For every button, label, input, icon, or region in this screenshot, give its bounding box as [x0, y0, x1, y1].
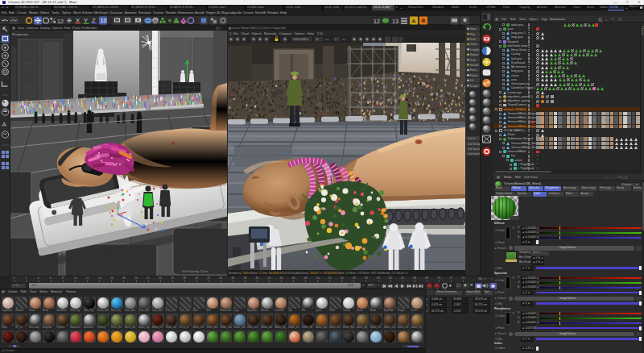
svg-text:Inflate: Inflate [470, 43, 477, 46]
svg-text:Show: Show [470, 27, 477, 31]
svg-text:◂ ▸: ◂ ▸ [325, 38, 329, 41]
svg-text:1: 1 [335, 38, 336, 41]
svg-text:12: 12 [57, 19, 64, 24]
svg-text:Rendering: 100% MsSec: 5 Time:: Rendering: 100% MsSec: 5 Time: 00:00/03:… [229, 272, 407, 275]
svg-text:Link Oct: Link Oct [468, 137, 477, 140]
svg-text:Grid Spacing: 10 cm: Grid Spacing: 10 cm [182, 270, 208, 273]
svg-text:View Cameras Display Option: View Cameras Display Options Filter Pane… [18, 27, 97, 30]
svg-text:A: A [2, 121, 7, 128]
svg-text:12: 12 [374, 19, 380, 24]
svg-text:Scrape: Scrape [470, 85, 478, 88]
svg-text:▦ ● Live Viewer 2021.1.5 (20.0: ▦ ● Live Viewer 2021.1.5 (20.0.17 days l… [229, 27, 286, 30]
svg-text:Lengthy: Lengthy [470, 48, 479, 52]
svg-text:Pinch: Pinch [470, 69, 477, 72]
svg-text:13: 13 [392, 19, 398, 24]
svg-text:Knife: Knife [470, 38, 476, 41]
svg-text:◫ File Cloud Objects Ma: ◫ File Cloud Objects Materials Compare O… [229, 32, 323, 35]
svg-text:50: 50 [316, 38, 319, 41]
svg-text:Link Stretch: Link Stretch [468, 152, 481, 156]
svg-text:Grab: Grab [470, 59, 476, 62]
svg-text:1670x1080 ▾: 1670x1080 ▾ [293, 38, 308, 41]
svg-text:Repeat: Repeat [470, 53, 478, 56]
svg-text:Link Opacity: Link Opacity [468, 147, 481, 151]
svg-text:Smooth: Smooth [470, 64, 479, 67]
svg-text:Perspective: Perspective [12, 33, 28, 36]
svg-text:Fill: Fill [470, 79, 473, 82]
svg-text:Flatten: Flatten [470, 74, 478, 77]
svg-text:10: 10 [101, 18, 107, 23]
svg-text:▦: ▦ [12, 26, 15, 30]
svg-text:Play: Play [470, 33, 475, 36]
svg-text:◂ ▸: ◂ ▸ [342, 38, 346, 41]
svg-text:◫▽: ◫▽ [216, 27, 221, 30]
svg-text:OctaneCamera ▸: OctaneCamera ▸ [85, 32, 108, 35]
